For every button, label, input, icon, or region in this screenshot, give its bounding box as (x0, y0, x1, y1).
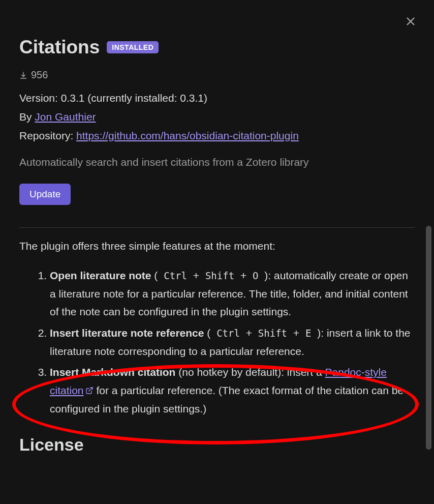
close-button[interactable] (404, 14, 418, 28)
features-intro: The plugin offers three simple features … (19, 237, 415, 255)
hotkey: E (302, 327, 314, 340)
plugin-detail-modal: Citations INSTALLED 956 Version: 0.3.1 (… (0, 0, 434, 504)
plugin-title: Citations (19, 37, 100, 58)
repo-link[interactable]: https://github.com/hans/obsidian-citatio… (76, 130, 299, 141)
download-icon (19, 71, 27, 79)
repo-line: Repository: https://github.com/hans/obsi… (19, 127, 415, 145)
installed-badge: INSTALLED (107, 41, 159, 53)
divider (19, 227, 415, 228)
author-link[interactable]: Jon Gauthier (35, 111, 96, 123)
list-item: Open literature note ( Ctrl + Shift + O … (50, 266, 415, 321)
hotkey: Ctrl (161, 269, 190, 282)
plugin-description: Automatically search and insert citation… (19, 156, 415, 168)
download-number: 956 (31, 69, 48, 81)
hotkey: Shift (202, 269, 237, 282)
hotkey: Ctrl (213, 327, 243, 340)
list-item: Insert Markdown citation (no hotkey by d… (50, 363, 415, 418)
update-button[interactable]: Update (19, 184, 71, 205)
close-icon (405, 16, 416, 27)
hotkey: O (250, 269, 261, 282)
scrollbar-thumb[interactable] (426, 226, 431, 450)
feature-name: Insert Markdown citation (50, 366, 175, 378)
hotkey: Shift (255, 327, 290, 340)
download-count: 956 (19, 69, 415, 81)
author-line: By Jon Gauthier (19, 108, 415, 127)
svg-line-2 (88, 388, 92, 391)
list-item: Insert literature note reference ( Ctrl … (50, 324, 415, 360)
feature-name: Insert literature note reference (50, 327, 204, 339)
license-heading: License (19, 435, 415, 455)
external-link-icon (85, 387, 94, 395)
features-list: Open literature note ( Ctrl + Shift + O … (19, 266, 415, 418)
feature-name: Open literature note (50, 270, 151, 281)
version-line: Version: 0.3.1 (currently installed: 0.3… (19, 89, 415, 108)
